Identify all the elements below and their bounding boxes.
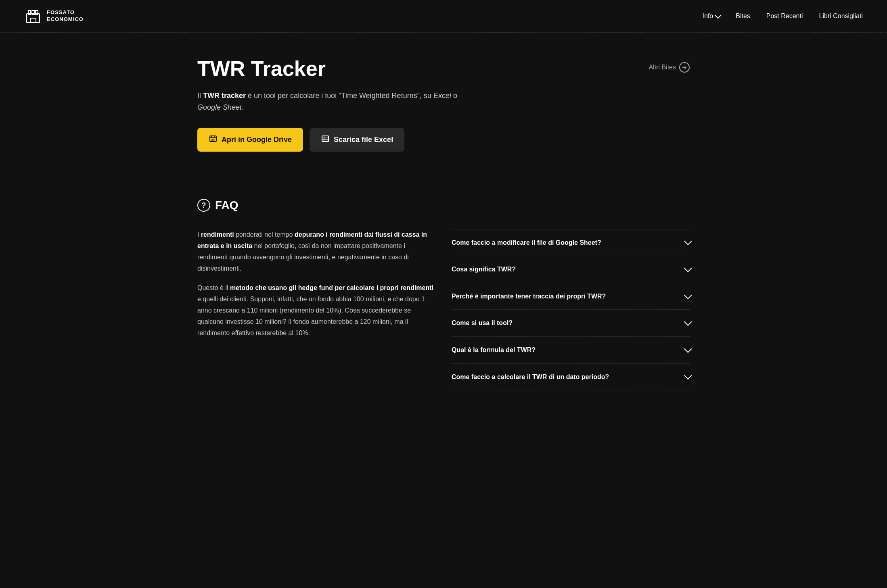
faq-title-row: ? FAQ xyxy=(197,196,690,215)
logo[interactable]: FOSSATO ECONOMICO xyxy=(24,7,84,25)
logo-text: FOSSATO ECONOMICO xyxy=(47,9,84,23)
faq-left-text: I rendimenti ponderati nel tempo depuran… xyxy=(197,229,435,391)
faq-section: ? FAQ I rendimenti ponderati nel tempo d… xyxy=(197,176,690,390)
accordion-item-0[interactable]: Come faccio a modificare il file di Goog… xyxy=(452,229,690,256)
nav-item-info[interactable]: Info xyxy=(703,11,720,21)
accordion-question-5: Come faccio a calcolare il TWR di un dat… xyxy=(452,372,684,382)
action-buttons: Apri in Google Drive Scarica file Excel xyxy=(197,128,690,152)
faq-paragraph-1: I rendimenti ponderati nel tempo depuran… xyxy=(197,229,435,274)
accordion-item-3[interactable]: Come si usa il tool? xyxy=(452,309,690,336)
google-drive-icon xyxy=(209,134,218,145)
altri-bites-arrow-icon: ➜ xyxy=(679,62,690,73)
accordion-question-3: Come si usa il tool? xyxy=(452,318,684,328)
main-content: TWR Tracker Altri Bites ➜ Il TWR tracker… xyxy=(173,33,714,407)
svg-rect-6 xyxy=(210,136,216,142)
chevron-down-icon xyxy=(684,345,692,353)
excel-icon xyxy=(321,134,330,145)
accordion-question-4: Qual è la formula del TWR? xyxy=(452,345,684,355)
altri-bites-link[interactable]: Altri Bites ➜ xyxy=(649,62,690,73)
chevron-down-icon xyxy=(684,264,692,272)
logo-icon xyxy=(24,7,42,25)
faq-columns: I rendimenti ponderati nel tempo depuran… xyxy=(197,229,690,391)
faq-accordion: Come faccio a modificare il file di Goog… xyxy=(452,229,690,391)
google-drive-label: Apri in Google Drive xyxy=(222,136,292,144)
faq-question-icon: ? xyxy=(197,199,210,212)
chevron-down-icon xyxy=(684,238,692,246)
page-title: TWR Tracker xyxy=(197,57,326,80)
chevron-down-icon xyxy=(684,372,692,380)
chevron-down-icon xyxy=(715,12,722,19)
nav-item-libri-consigliati[interactable]: Libri Consigliati xyxy=(819,11,863,21)
chevron-down-icon xyxy=(684,318,692,326)
nav-links: Info Bites Post Recenti Libri Consigliat… xyxy=(703,11,863,21)
accordion-question-0: Come faccio a modificare il file di Goog… xyxy=(452,238,684,248)
nav-item-bites[interactable]: Bites xyxy=(736,11,750,21)
chevron-down-icon xyxy=(684,291,692,299)
accordion-item-2[interactable]: Perché è importante tener traccia dei pr… xyxy=(452,283,690,310)
accordion-question-2: Perché è importante tener traccia dei pr… xyxy=(452,291,684,302)
google-drive-button[interactable]: Apri in Google Drive xyxy=(197,128,303,152)
accordion-item-1[interactable]: Cosa significa TWR? xyxy=(452,256,690,283)
faq-title: FAQ xyxy=(215,196,238,215)
hero-description: Il TWR tracker è un tool per calcolare i… xyxy=(197,90,480,113)
accordion-item-5[interactable]: Come faccio a calcolare il TWR di un dat… xyxy=(452,363,690,391)
excel-download-button[interactable]: Scarica file Excel xyxy=(310,128,404,152)
svg-rect-12 xyxy=(322,136,328,142)
navbar: FOSSATO ECONOMICO Info Bites Post Recent… xyxy=(0,0,887,33)
excel-label: Scarica file Excel xyxy=(334,136,393,144)
accordion-item-4[interactable]: Qual è la formula del TWR? xyxy=(452,336,690,363)
faq-paragraph-2: Questo è il metodo che usano gli hedge f… xyxy=(197,282,435,339)
page-header: TWR Tracker Altri Bites ➜ xyxy=(197,57,690,80)
accordion-question-1: Cosa significa TWR? xyxy=(452,264,684,275)
altri-bites-label: Altri Bites xyxy=(649,62,676,73)
svg-rect-4 xyxy=(30,18,36,23)
nav-item-post-recenti[interactable]: Post Recenti xyxy=(766,11,803,21)
